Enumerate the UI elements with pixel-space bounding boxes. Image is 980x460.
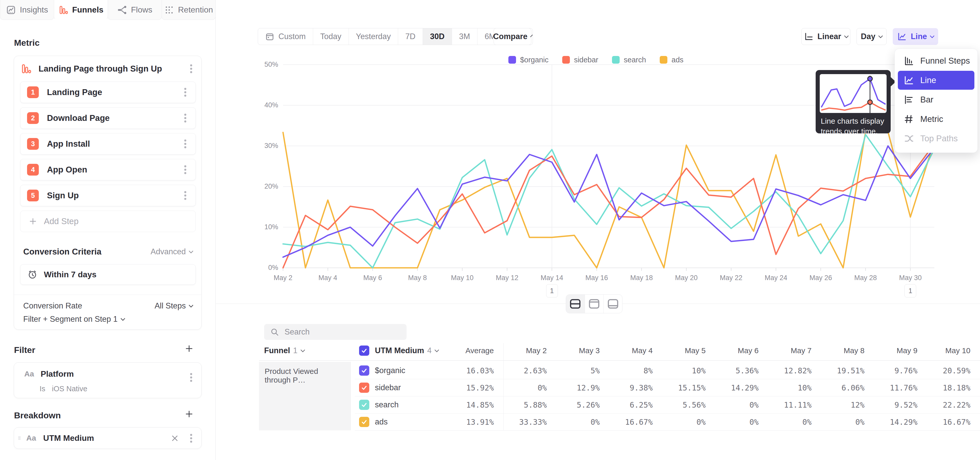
table-cell: 8% bbox=[597, 366, 653, 375]
x-axis-label: May 2 bbox=[260, 274, 306, 282]
select-all-checkbox[interactable] bbox=[359, 345, 369, 356]
date-range-yesterday[interactable]: Yesterday bbox=[349, 28, 398, 45]
chart-type-dropdown[interactable]: Line bbox=[893, 28, 938, 45]
remove-breakdown-icon[interactable] bbox=[170, 434, 180, 443]
filter-condition-row: Is iOS Native bbox=[40, 383, 87, 395]
drag-handle-icon[interactable] bbox=[17, 434, 22, 442]
breakdown-card[interactable]: Aa UTM Medium bbox=[14, 427, 202, 449]
tab-label: Retention bbox=[178, 5, 213, 14]
advanced-dropdown[interactable]: Advanced bbox=[151, 247, 192, 256]
layout-split-button[interactable] bbox=[566, 295, 585, 313]
table-column-header[interactable]: Average bbox=[443, 346, 494, 355]
chevron-down-icon bbox=[434, 348, 439, 352]
table-column-header[interactable]: May 10 bbox=[920, 346, 970, 355]
funnel-step-row[interactable]: 3 App Install bbox=[20, 133, 196, 155]
filter-segment-dropdown[interactable]: Filter + Segment on Step 1 bbox=[23, 313, 192, 325]
y-axis-label: 50% bbox=[244, 61, 278, 69]
kebab-menu-icon[interactable] bbox=[180, 112, 190, 124]
x-axis-label: May 24 bbox=[753, 274, 799, 282]
chart-type-tooltip: Line charts display trends over time. bbox=[816, 70, 891, 133]
annotation-marker[interactable]: 1 bbox=[546, 284, 558, 297]
chevron-down-icon bbox=[844, 34, 849, 38]
menu-item-bar[interactable]: Bar bbox=[898, 90, 974, 109]
menu-item-label: Bar bbox=[920, 95, 933, 104]
menu-item-funnel-steps[interactable]: Funnel Steps bbox=[898, 51, 974, 70]
retention-icon bbox=[164, 5, 174, 15]
date-range-30d[interactable]: 30D bbox=[423, 28, 452, 45]
funnel-step-row[interactable]: 1 Landing Page bbox=[20, 81, 196, 103]
table-row-label[interactable]: $organic bbox=[359, 362, 405, 379]
table-cell: 15.15% bbox=[649, 383, 706, 392]
tab-funnels[interactable]: Funnels bbox=[54, 0, 108, 20]
add-filter-button[interactable] bbox=[185, 344, 194, 353]
x-axis-label: May 20 bbox=[663, 274, 709, 282]
filter-card[interactable]: Aa Platform Is iOS Native bbox=[14, 363, 202, 398]
breakdown-header-label: UTM Medium bbox=[375, 346, 424, 355]
calendar-icon bbox=[265, 32, 274, 41]
date-range-today[interactable]: Today bbox=[313, 28, 349, 45]
tab-flows[interactable]: Flows bbox=[108, 0, 162, 20]
funnel-metric-header[interactable]: Landing Page through Sign Up bbox=[14, 59, 201, 78]
add-breakdown-button[interactable] bbox=[185, 409, 194, 418]
table-row-label[interactable]: search bbox=[359, 396, 399, 413]
table-cell: 5.26% bbox=[544, 401, 600, 409]
conversion-window-button[interactable]: Within 7 days bbox=[20, 264, 196, 285]
series-checkbox[interactable] bbox=[359, 366, 369, 376]
granularity-label: Day bbox=[861, 32, 875, 41]
funnel-step-row[interactable]: 5 Sign Up bbox=[20, 185, 196, 206]
chevron-down-icon bbox=[189, 303, 193, 307]
menu-item-line[interactable]: Line bbox=[898, 71, 974, 90]
table-column-header[interactable]: May 5 bbox=[655, 346, 706, 355]
table-column-header[interactable]: May 3 bbox=[549, 346, 600, 355]
table-row-label[interactable]: sidebar bbox=[359, 379, 401, 396]
tab-insights[interactable]: Insights bbox=[0, 0, 54, 20]
metric-heading: Metric bbox=[14, 38, 40, 48]
kebab-menu-icon[interactable] bbox=[180, 138, 190, 150]
date-range-custom[interactable]: Custom bbox=[258, 28, 313, 45]
compare-button[interactable]: Compare bbox=[493, 28, 531, 45]
table-row-label[interactable]: ads bbox=[359, 413, 388, 430]
date-range-label: 30D bbox=[430, 32, 445, 41]
all-steps-dropdown[interactable]: All Steps bbox=[155, 301, 192, 310]
granularity-dropdown[interactable]: Day bbox=[856, 28, 886, 45]
funnel-column-header[interactable]: Funnel 1 bbox=[264, 342, 304, 359]
table-cell: 0% bbox=[703, 418, 759, 426]
kebab-menu-icon[interactable] bbox=[180, 86, 190, 98]
funnel-step-row[interactable]: 2 Download Page bbox=[20, 107, 196, 129]
kebab-menu-icon[interactable] bbox=[180, 189, 190, 202]
x-axis-label: May 6 bbox=[350, 274, 396, 282]
scale-dropdown[interactable]: Linear bbox=[801, 28, 850, 45]
date-range-3m[interactable]: 3M bbox=[452, 28, 477, 45]
kebab-menu-icon[interactable] bbox=[180, 164, 190, 176]
funnel-cell[interactable]: Product Viewed through P… bbox=[259, 362, 351, 430]
menu-item-metric[interactable]: Metric bbox=[898, 110, 974, 129]
tooltip-preview-chart bbox=[820, 74, 886, 113]
table-column-header[interactable]: May 8 bbox=[814, 346, 865, 355]
table-column-header[interactable]: May 4 bbox=[602, 346, 653, 355]
breakdown-column-header[interactable]: UTM Medium 4 bbox=[359, 342, 438, 359]
table-cell: 16.03% bbox=[438, 366, 494, 375]
table-cell: 10% bbox=[649, 366, 706, 375]
layout-table-button[interactable] bbox=[604, 295, 622, 313]
tab-retention[interactable]: Retention bbox=[162, 0, 216, 20]
add-step-button[interactable]: Add Step bbox=[20, 211, 196, 232]
table-column-header[interactable]: May 6 bbox=[708, 346, 759, 355]
table-search-input[interactable]: Search bbox=[264, 324, 407, 340]
funnel-step-row[interactable]: 4 App Open bbox=[20, 159, 196, 180]
series-checkbox[interactable] bbox=[359, 383, 369, 393]
series-checkbox[interactable] bbox=[359, 400, 369, 410]
series-checkbox[interactable] bbox=[359, 417, 369, 427]
table-column-header[interactable]: May 7 bbox=[760, 346, 811, 355]
divider bbox=[355, 379, 980, 379]
table-column-header[interactable]: May 9 bbox=[866, 346, 918, 355]
chevron-down-icon bbox=[301, 348, 305, 352]
kebab-menu-icon[interactable] bbox=[186, 432, 196, 444]
plus-icon bbox=[29, 217, 37, 226]
layout-chart-button[interactable] bbox=[585, 295, 604, 313]
filter-heading: Filter bbox=[14, 345, 35, 355]
date-range-7d[interactable]: 7D bbox=[398, 28, 423, 45]
kebab-menu-icon[interactable] bbox=[186, 371, 196, 383]
annotation-marker[interactable]: 1 bbox=[904, 284, 916, 297]
kebab-menu-icon[interactable] bbox=[186, 62, 196, 75]
table-cell: 12.9% bbox=[544, 383, 600, 392]
